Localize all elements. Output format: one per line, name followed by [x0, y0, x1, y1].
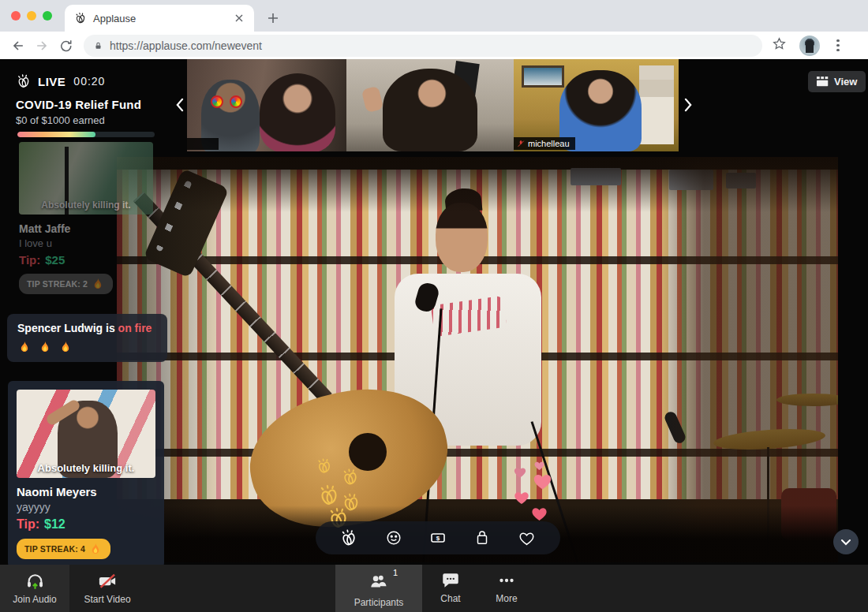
tip-message: I love u	[19, 237, 153, 249]
gif-caption: Absolutely killing it.	[17, 462, 155, 474]
tip-notification-previous: Absolutely killing it. Matt Jaffe I love…	[19, 142, 153, 294]
flame-icon	[17, 340, 32, 354]
applause-favicon-clap-icon	[74, 12, 87, 24]
view-button-label: View	[834, 76, 857, 88]
tip-label: Tip:	[19, 253, 40, 267]
tip-streak-badge: TIP STREAK: 4	[17, 539, 110, 559]
live-timer: 00:20	[73, 75, 105, 88]
tip-message: yayyyy	[17, 501, 155, 513]
live-status: LIVE 00:20	[16, 73, 105, 89]
join-audio-button[interactable]: Join Audio	[0, 565, 69, 612]
emoji-reaction-button[interactable]	[382, 526, 406, 550]
gif-caption: Absolutely killing it.	[19, 200, 153, 211]
start-video-label: Start Video	[84, 594, 130, 605]
strip-scroll-right-icon[interactable]	[680, 95, 696, 114]
rainbow-glasses	[211, 95, 249, 108]
svg-text:$: $	[436, 535, 440, 542]
merch-bag-button[interactable]	[470, 526, 494, 550]
start-video-button[interactable]: Start Video	[69, 565, 145, 612]
clap-reaction-button[interactable]	[337, 526, 361, 550]
more-dots-icon	[496, 570, 517, 591]
on-fire-alert: Spencer Ludwig is on fire	[7, 314, 167, 362]
tip-money-button[interactable]: $	[426, 526, 450, 550]
live-label: LIVE	[38, 75, 65, 88]
heart-icon	[518, 529, 536, 547]
flame-icon	[58, 340, 73, 354]
window-zoom-button[interactable]	[43, 11, 52, 21]
tip-amount-row: Tip:$25	[19, 253, 153, 267]
meeting-toolbar: Join Audio Start Video 1 Participants	[0, 565, 868, 612]
browser-address-bar: https://applause.com/newevent	[0, 32, 868, 59]
new-tab-button[interactable]	[264, 9, 282, 28]
chat-bubble-icon	[440, 570, 461, 591]
participant-video-2	[346, 59, 514, 151]
tip-gif-thumbnail: Absolutely killing it.	[17, 390, 155, 478]
flame-icon	[91, 277, 105, 291]
browser-profile-avatar[interactable]	[799, 35, 820, 56]
window-minimize-button[interactable]	[27, 11, 36, 21]
tip-label: Tip:	[17, 517, 39, 531]
refresh-button[interactable]	[54, 34, 77, 58]
fundraiser-progress-text: $0 of $1000 earned	[16, 114, 105, 126]
browser-tab[interactable]: Applause	[65, 5, 254, 32]
browser-menu-icon[interactable]	[831, 39, 845, 53]
fundraiser-progress-fill	[17, 132, 95, 137]
more-label: More	[496, 593, 517, 604]
forward-button[interactable]	[30, 34, 54, 58]
tip-amount: $12	[44, 517, 65, 531]
url-field[interactable]: https://applause.com/newevent	[84, 35, 762, 57]
main-performance-video	[117, 157, 838, 562]
applause-app-window: Applause https://applause.com/newevent	[0, 0, 868, 612]
participants-icon	[368, 570, 390, 591]
browser-tab-strip: Applause	[0, 0, 868, 32]
dollar-bill-icon: $	[428, 528, 447, 547]
url-text: https://applause.com/newevent	[110, 39, 262, 52]
tip-streak-badge: TIP STREAK: 2	[19, 274, 113, 294]
flame-icon	[88, 542, 103, 556]
more-button[interactable]: More	[482, 565, 531, 612]
shopping-bag-icon	[473, 529, 491, 547]
tip-notification-current: Absolutely killing it. Naomi Meyers yayy…	[8, 381, 164, 568]
tab-close-icon[interactable]	[232, 11, 246, 25]
chat-button[interactable]: Chat	[427, 565, 474, 612]
participant-3-name-chip: michelleau	[514, 137, 575, 150]
participant-3-name: michelleau	[528, 139, 570, 148]
video-camera-off-icon	[96, 570, 118, 591]
smiley-icon	[385, 529, 402, 547]
back-button[interactable]	[6, 34, 30, 58]
participant-video-1	[187, 59, 346, 151]
fundraiser-progress-bar	[17, 132, 155, 137]
tipper-name: Naomi Meyers	[17, 485, 155, 498]
chevron-down-icon	[840, 539, 851, 546]
participant-1-name-chip	[187, 138, 219, 150]
on-fire-highlight: on fire	[118, 322, 152, 334]
reaction-bar: $	[316, 521, 560, 554]
tab-title: Applause	[93, 13, 232, 24]
fundraiser-title: COVID-19 Relief Fund	[16, 98, 141, 111]
bookmark-star-icon[interactable]	[772, 36, 787, 54]
lock-icon	[93, 40, 103, 51]
thumbs-up-hand	[361, 86, 384, 113]
join-audio-label: Join Audio	[13, 594, 56, 605]
participants-count-badge: 1	[393, 568, 398, 577]
flame-icon	[38, 340, 52, 354]
gallery-view-icon	[817, 76, 829, 87]
participants-label: Participants	[354, 597, 404, 608]
window-close-button[interactable]	[11, 11, 21, 21]
on-fire-text: Spencer Ludwig is on fire	[17, 322, 157, 334]
headphones-icon	[24, 570, 46, 591]
chat-label: Chat	[440, 593, 460, 604]
participant-video-3: michelleau	[514, 59, 679, 151]
muted-mic-icon	[517, 140, 525, 147]
applause-clap-logo-icon	[16, 73, 32, 89]
tipper-name: Matt Jaffe	[19, 222, 153, 235]
fire-row	[17, 340, 157, 354]
tip-amount-row: Tip:$12	[17, 517, 155, 532]
strip-scroll-left-icon[interactable]	[171, 95, 187, 114]
heart-reaction-button[interactable]	[515, 526, 539, 550]
tip-amount: $25	[45, 253, 65, 267]
participants-button[interactable]: 1 Participants	[335, 565, 422, 612]
view-button[interactable]: View	[808, 71, 866, 92]
collapse-panel-button[interactable]	[833, 529, 859, 554]
clap-icon	[339, 528, 358, 547]
